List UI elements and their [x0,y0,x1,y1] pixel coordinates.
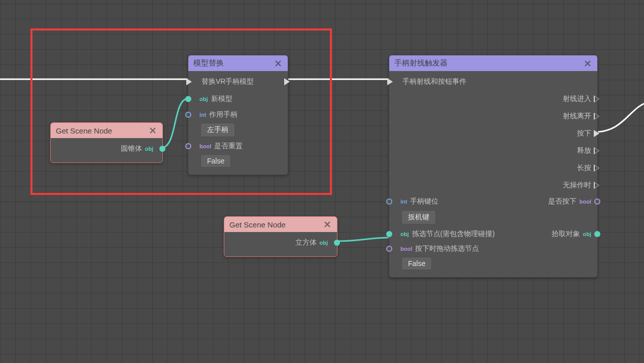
exec-label: 手柄射线和按钮事件 [402,77,466,86]
exec-out-port[interactable] [594,164,599,172]
exec-out-label: 释放 [577,146,591,155]
exec-out-port[interactable] [284,78,290,85]
output-label: 立方体 [295,238,317,247]
input-port[interactable] [386,199,392,205]
input-label: 作用手柄 [209,110,238,119]
exec-out-label: 长按 [577,163,591,173]
output-row: 立方体 obj [224,234,337,251]
type-tag: obj [199,96,208,102]
exec-out-port[interactable] [594,147,599,154]
type-tag: int [199,112,206,118]
input-label: 手柄键位 [410,197,438,206]
exec-out-label: 射线进入 [563,94,591,104]
output-label: 拾取对象 [552,229,580,239]
input-label: 是否重置 [214,142,243,151]
exec-label: 替换VR手柄模型 [201,77,254,86]
type-tag: obj [583,231,592,237]
value-box-handle[interactable]: 左手柄 [200,123,235,137]
exec-out-release: 释放 [389,142,597,159]
input-port[interactable] [185,143,191,149]
value-box-drag[interactable]: False [401,257,432,270]
input-port[interactable] [185,96,191,102]
exec-out-ray-exit: 射线离开 [389,108,597,125]
exec-out-press: 按下 [389,125,597,142]
row-pick-pickobj: obj 拣选节点(需包含物理碰撞) 拾取对象 obj [389,226,597,242]
output-port[interactable] [594,199,600,205]
exec-out-label: 按下 [577,129,591,138]
node-get-scene-2[interactable]: Get Scene Node 立方体 obj [224,216,337,257]
type-tag: bool [400,246,412,252]
input-row-newmodel: obj 新模型 [188,90,288,108]
row-drag: bool 按下时拖动拣选节点 [389,242,597,256]
exec-out-ray-enter: 射线进入 [389,90,597,108]
output-label: 圆锥体 [121,144,142,153]
input-port[interactable] [386,231,392,237]
input-row-reset: bool 是否重置 [188,139,288,153]
type-tag: obj [400,231,409,237]
exec-out-longpress: 长按 [389,159,597,177]
output-port[interactable] [334,240,340,246]
input-port[interactable] [386,246,392,252]
value-box-reset[interactable]: False [200,154,231,168]
node-header[interactable]: 模型替换 [188,55,288,71]
node-title: Get Scene Node [56,126,112,135]
exec-out-port[interactable] [594,95,599,103]
node-title: 手柄射线触发器 [394,58,448,68]
node-header[interactable]: 手柄射线触发器 [389,55,597,71]
output-port[interactable] [159,146,165,152]
input-label: 拣选节点(需包含物理碰撞) [412,229,495,239]
close-icon[interactable] [274,59,283,68]
type-tag: int [400,199,407,205]
exec-out-port[interactable] [594,130,599,137]
input-port[interactable] [185,112,191,118]
exec-out-label: 无操作时 [563,181,591,190]
close-icon[interactable] [148,126,157,135]
output-port[interactable] [594,231,600,237]
exec-in-port[interactable] [387,78,393,85]
exec-out-idle: 无操作时 [389,177,597,194]
node-get-scene-1[interactable]: Get Scene Node 圆锥体 obj [50,122,163,163]
node-header[interactable]: Get Scene Node [51,123,162,138]
exec-out-label: 射线离开 [563,112,591,121]
exec-row: 替换VR手柄模型 [188,73,288,90]
type-tag: bool [580,199,591,205]
node-ray-trigger[interactable]: 手柄射线触发器 手柄射线和按钮事件 射线进入 射线离开 按下 释放 长按 [389,55,598,278]
type-tag: bool [199,143,211,149]
exec-out-port[interactable] [594,113,599,120]
exec-out-port[interactable] [594,182,599,189]
row-key-ispressed: int 手柄键位 是否按下 bool [389,194,597,209]
type-tag-obj: obj [145,146,154,152]
node-title: Get Scene Node [229,220,286,229]
node-title: 模型替换 [193,58,224,68]
output-label: 是否按下 [548,197,577,206]
close-icon[interactable] [323,220,332,229]
node-header[interactable]: Get Scene Node [224,217,337,232]
value-box-key[interactable]: 扳机键 [401,210,436,224]
type-tag-obj: obj [320,240,328,246]
input-label: 按下时拖动拣选节点 [415,244,479,253]
output-row: 圆锥体 obj [51,140,162,157]
close-icon[interactable] [583,59,592,68]
exec-in-port[interactable] [186,78,192,85]
exec-row: 手柄射线和按钮事件 [389,73,597,90]
input-label: 新模型 [211,94,232,104]
node-model-replace[interactable]: 模型替换 替换VR手柄模型 obj 新模型 int 作用手柄 左手柄 bool … [188,55,288,175]
input-row-handle: int 作用手柄 [188,108,288,122]
